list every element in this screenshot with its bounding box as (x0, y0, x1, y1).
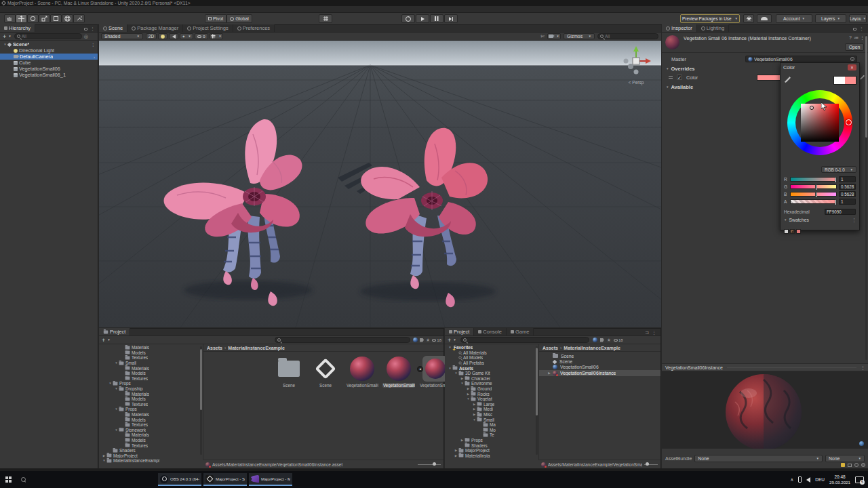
material-preview-area[interactable] (662, 371, 868, 449)
panel-menu-icon[interactable]: ⋮ (90, 26, 95, 32)
hidden-objects-counter[interactable]: 0 (195, 33, 208, 39)
more-icon[interactable]: ⋮ (860, 35, 865, 40)
channel-a-value[interactable]: 1 (839, 199, 856, 205)
scene-area-tab[interactable]: Scene (99, 24, 127, 32)
add-object-button[interactable]: + (0, 33, 6, 40)
account-dropdown[interactable]: Account▼ (776, 14, 812, 23)
hue-selector[interactable] (846, 119, 852, 125)
hierarchy-row[interactable]: VegetationSmall06 (0, 66, 98, 72)
hierarchy-row[interactable]: ▼Scene*⋮ (0, 41, 98, 47)
global-toggle[interactable]: Global (226, 14, 252, 23)
folder-row[interactable]: ▶Props (445, 438, 538, 443)
console-status-icon[interactable] (848, 464, 852, 467)
available-property[interactable] (662, 186, 781, 191)
taskbar-app[interactable] (114, 474, 125, 485)
collab-status-icon[interactable] (841, 463, 845, 467)
taskbar-app[interactable] (100, 474, 112, 485)
available-property[interactable] (662, 107, 781, 113)
eyedropper-icon[interactable] (785, 77, 791, 83)
asset-row[interactable]: ▶VegetationSmall06Instance (539, 370, 660, 375)
scene-grid-dropdown[interactable]: ▼ (210, 33, 223, 39)
hex-value-field[interactable]: FF9090 (825, 209, 856, 215)
swatch-chip[interactable] (790, 229, 795, 234)
grid-snapping-button[interactable] (319, 14, 332, 23)
folder-row[interactable]: Te (445, 432, 538, 438)
panel-tab[interactable]: Project (445, 328, 474, 336)
available-property[interactable] (662, 113, 781, 118)
create-asset-button[interactable]: + (99, 337, 105, 344)
inspector-scrollbar[interactable] (865, 35, 867, 360)
clock[interactable]: 20:48 29.03.2021 (829, 474, 850, 485)
search-by-type-icon[interactable] (413, 338, 418, 342)
folder-row[interactable]: All Materials (445, 350, 538, 356)
breadcrumb-root[interactable]: Assets (207, 346, 222, 350)
folder-row[interactable]: ▶Misc (445, 412, 538, 418)
available-property[interactable] (662, 102, 781, 107)
channel-r-slider[interactable] (790, 177, 837, 182)
taskbar-window-button[interactable]: MajorProject - Micr... (249, 473, 292, 486)
available-property[interactable] (662, 175, 781, 180)
folder-row[interactable]: ▼Dropship (99, 386, 202, 392)
progress-status-icon[interactable] (861, 463, 865, 467)
object-picker-icon[interactable] (850, 57, 854, 61)
taskbar-search-button[interactable] (16, 477, 30, 482)
channel-b-slider[interactable] (790, 192, 837, 197)
drag-handle-icon[interactable] (669, 76, 673, 79)
taskbar-app[interactable] (141, 474, 153, 485)
available-property[interactable] (662, 129, 781, 135)
notification-center-button[interactable]: 5 (855, 476, 864, 483)
folder-row[interactable]: Materials (99, 391, 202, 396)
project-left-search-input[interactable] (282, 338, 408, 342)
taskbar-window-button[interactable]: MajorProject - Scen... (203, 473, 247, 486)
master-object-field[interactable]: VegetationSmall06 (745, 56, 857, 62)
favorites-star-icon[interactable]: ★ (426, 338, 430, 343)
presets-icon[interactable]: ≔ (854, 35, 859, 40)
undo-history-button[interactable] (743, 14, 754, 23)
scale-tool-button[interactable] (39, 14, 50, 23)
folder-row[interactable]: Textures (99, 443, 202, 448)
available-property[interactable] (662, 214, 781, 220)
rect-tool-button[interactable] (50, 14, 62, 23)
folder-row[interactable]: ▶Rocks (445, 391, 538, 396)
scene-effects-dropdown[interactable]: ✦▼ (180, 33, 193, 39)
lock-icon[interactable] (853, 28, 856, 30)
keyboard-language[interactable]: DEU (815, 477, 825, 482)
assetbundle-dropdown[interactable]: None▼ (694, 455, 823, 462)
search-by-label-icon[interactable] (420, 338, 424, 342)
available-property[interactable] (662, 220, 781, 225)
taskbar-window-button[interactable]: OBS 24.0.3 (64-bit... (158, 473, 201, 486)
folder-row[interactable]: Models (99, 396, 202, 402)
folder-row[interactable]: All Models (445, 355, 538, 361)
folder-row[interactable]: ▼Assets (445, 365, 538, 371)
layers-dropdown[interactable]: Layers▼ (815, 14, 846, 23)
collab-button[interactable] (401, 14, 415, 23)
asset-thumbnail[interactable]: VegetationSmall06 (346, 356, 378, 388)
favorites-star-icon[interactable]: ★ (607, 338, 611, 343)
override-color-checkbox[interactable]: ✓ (677, 75, 682, 80)
tab-hierarchy[interactable]: Hierarchy (0, 24, 35, 32)
taskbar-app[interactable] (46, 474, 58, 485)
panel-tab[interactable]: Game (507, 328, 534, 336)
channel-g-slider[interactable] (790, 184, 837, 189)
sv-selector[interactable] (810, 106, 814, 110)
hierarchy-row[interactable]: VegetationSmall06_1 (0, 72, 98, 78)
folder-row[interactable]: ▶Character (445, 376, 538, 382)
search-by-type-icon[interactable] (593, 338, 597, 342)
pause-button[interactable] (430, 14, 443, 23)
start-button[interactable] (0, 476, 16, 483)
layout-dropdown[interactable]: Layout▼ (849, 14, 867, 23)
open-button[interactable]: Open (845, 43, 864, 51)
folder-row[interactable]: Textures (99, 376, 202, 382)
hierarchy-row[interactable]: DefaultCamera› (0, 54, 98, 60)
transform-tool-button[interactable] (62, 14, 73, 23)
channel-r-value[interactable]: 1 (839, 176, 856, 182)
available-property[interactable] (662, 180, 781, 186)
step-button[interactable] (444, 14, 458, 23)
folder-row[interactable]: ▼3D Game Kit (445, 371, 538, 376)
lock-icon[interactable] (84, 28, 87, 30)
available-property[interactable] (662, 192, 781, 197)
hue-wheel[interactable] (787, 90, 852, 155)
preview-settings-icon[interactable] (859, 441, 864, 446)
move-tool-button[interactable] (16, 14, 27, 23)
folder-row[interactable]: Textures (99, 422, 202, 428)
